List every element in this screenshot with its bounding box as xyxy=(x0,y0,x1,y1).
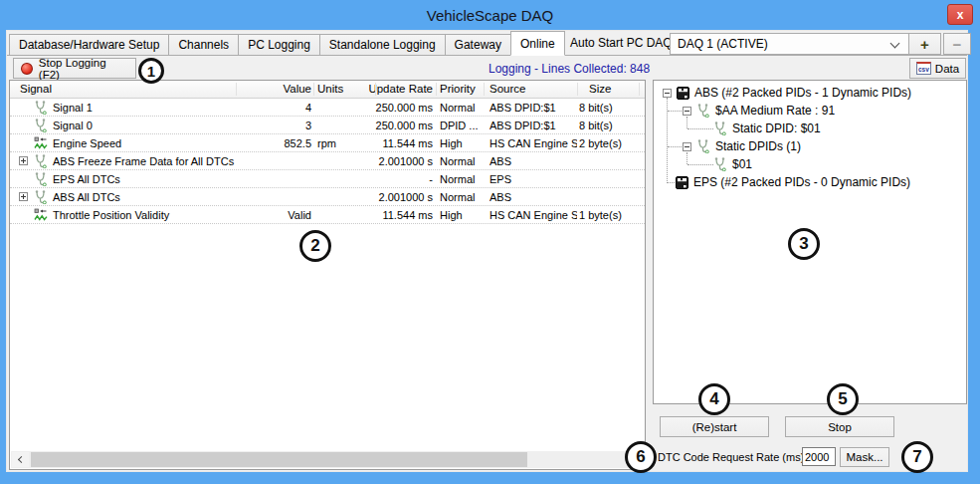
table-row[interactable]: ABS Freeze Frame Data for All DTCs 2.001… xyxy=(10,152,645,170)
cell-priority: High xyxy=(440,137,463,149)
cell-signal: Signal 1 xyxy=(53,102,93,114)
cell-update-rate: 11.544 ms xyxy=(338,137,433,149)
vehiclescape-daq-window: VehicleScape DAQ x Database/Hardware Set… xyxy=(0,0,980,484)
daq-selector-dropdown[interactable]: DAQ 1 (ACTIVE) xyxy=(670,33,909,55)
cell-priority: Normal xyxy=(440,173,475,185)
title-bar[interactable]: VehicleScape DAQ x xyxy=(0,0,980,30)
tree-node-eps[interactable]: EPS (#2 Packed PIDs - 0 Dynamic PIDs) xyxy=(676,173,910,191)
column-header-value[interactable]: Value xyxy=(229,83,311,95)
mask-button[interactable]: Mask... xyxy=(840,447,889,467)
mask-button-label: Mask... xyxy=(846,451,882,463)
column-header-source[interactable]: Source xyxy=(490,83,525,95)
expand-icon[interactable] xyxy=(19,156,28,165)
tree-node-label: ABS (#2 Packed PIDs - 1 Dynamic PIDs) xyxy=(694,86,911,100)
tab-online[interactable]: Online xyxy=(510,31,565,56)
scrollbar-thumb[interactable] xyxy=(31,452,527,467)
restart-button-label: (Re)start xyxy=(692,421,737,433)
stop-logging-button[interactable]: Stop Logging (F2) xyxy=(13,58,136,79)
cell-source: HS CAN Engine S... xyxy=(490,137,577,149)
data-button[interactable]: csv Data xyxy=(909,58,966,79)
cell-signal: Signal 0 xyxy=(53,120,93,131)
table-row[interactable]: Signal 1 4 250.000 ms Normal ABS DPID:$1… xyxy=(10,99,645,117)
tab-database-hardware-setup[interactable]: Database/Hardware Setup xyxy=(9,34,169,56)
tab-gateway[interactable]: Gateway xyxy=(445,34,511,56)
column-header-priority[interactable]: Priority xyxy=(440,83,476,95)
cell-value: 4 xyxy=(229,102,311,114)
table-row[interactable]: Signal 0 3 250.000 ms DPID ... ABS DPID:… xyxy=(10,117,645,134)
column-divider xyxy=(577,83,578,96)
cell-signal: ABS Freeze Frame Data for All DTCs xyxy=(53,155,234,167)
cell-units: rpm xyxy=(317,137,336,149)
annotation-circle-5: 5 xyxy=(827,383,859,415)
cell-size: 2 byte(s) xyxy=(579,137,622,149)
column-header-signal[interactable]: Signal xyxy=(20,83,52,95)
annotation-circle-4: 4 xyxy=(698,383,730,415)
collapse-icon[interactable] xyxy=(663,89,672,98)
tree-node-aa-medium-rate[interactable]: $AA Medium Rate : 91 xyxy=(683,102,835,120)
cell-size: 8 bit(s) xyxy=(579,102,613,114)
column-divider xyxy=(236,83,237,96)
add-daq-button[interactable]: + xyxy=(908,33,941,55)
table-row[interactable]: EPS All DTCs - Normal EPS xyxy=(10,170,645,188)
collapse-icon[interactable] xyxy=(683,107,691,116)
dtc-request-rate-input[interactable] xyxy=(802,447,836,466)
restart-button[interactable]: (Re)start xyxy=(660,416,769,437)
tree-node-abs[interactable]: ABS (#2 Packed PIDs - 1 Dynamic PIDs) xyxy=(663,84,911,102)
table-row[interactable]: Throttle Position Validity Valid 11.544 … xyxy=(10,206,645,224)
cell-update-rate: 2.001000 s xyxy=(338,155,433,167)
scroll-left-button[interactable] xyxy=(12,452,29,467)
cell-update-rate: 250.000 ms xyxy=(338,120,433,131)
tree-node-label: EPS (#2 Packed PIDs - 0 Dynamic PIDs) xyxy=(693,175,910,189)
window-content: Database/Hardware Setup Channels PC Logg… xyxy=(6,30,968,472)
table-row[interactable]: ABS All DTCs 2.001000 s Normal ABS xyxy=(10,188,645,206)
probe-icon xyxy=(34,172,48,186)
window-title: VehicleScape DAQ xyxy=(427,7,554,24)
annotation-circle-1: 1 xyxy=(138,58,164,84)
probe-icon xyxy=(713,121,727,135)
tab-pc-logging[interactable]: PC Logging xyxy=(238,34,320,56)
horizontal-scrollbar[interactable] xyxy=(11,451,644,468)
auto-start-label: Auto Start PC DAQ xyxy=(570,36,673,50)
signal-table-header[interactable]: Signal Value Units Update Rate Priority … xyxy=(10,81,645,99)
tab-standalone-logging[interactable]: Standalone Logging xyxy=(319,34,446,56)
expand-icon[interactable] xyxy=(19,192,28,201)
ecu-icon xyxy=(677,87,689,100)
daq-selector-value: DAQ 1 (ACTIVE) xyxy=(678,37,768,51)
tree-node-dpid-01[interactable]: $01 xyxy=(713,155,752,173)
waveform-icon xyxy=(34,208,48,222)
column-divider xyxy=(375,83,376,96)
tree-node-static-dpids[interactable]: Static DPIDs (1) xyxy=(683,137,801,155)
auto-start-checkbox-group[interactable]: ✓ Auto Start PC DAQ xyxy=(550,36,673,50)
remove-daq-button[interactable]: − xyxy=(943,33,971,55)
collapse-icon[interactable] xyxy=(683,142,691,151)
close-icon: x xyxy=(957,8,964,22)
tree-connector xyxy=(668,146,682,147)
cell-source: ABS DPID:$1 xyxy=(490,120,577,131)
cell-source: ABS xyxy=(490,191,577,203)
chevron-down-icon xyxy=(890,39,900,49)
stop-button[interactable]: Stop xyxy=(785,416,894,437)
column-divider xyxy=(639,83,640,96)
column-header-update-rate[interactable]: Update Rate xyxy=(338,83,433,95)
table-row[interactable]: Engine Speed 852.5 rpm 11.544 ms High HS… xyxy=(10,134,645,152)
csv-icon: csv xyxy=(916,62,931,75)
record-icon xyxy=(21,63,33,75)
column-divider xyxy=(484,83,485,96)
cell-update-rate: - xyxy=(338,173,433,185)
ecu-icon xyxy=(676,176,688,189)
cell-priority: Normal xyxy=(440,155,475,167)
tree-connector xyxy=(687,128,713,129)
tree-node-static-dpid-01[interactable]: Static DPID: $01 xyxy=(713,120,821,137)
cell-signal: EPS All DTCs xyxy=(53,173,120,185)
column-divider xyxy=(436,83,437,96)
tree-node-label: Static DPID: $01 xyxy=(732,121,821,135)
tab-strip: Database/Hardware Setup Channels PC Logg… xyxy=(7,31,967,56)
tab-channels[interactable]: Channels xyxy=(168,34,239,56)
cell-size: 8 bit(s) xyxy=(579,120,613,131)
probe-icon xyxy=(34,154,48,168)
cell-source: HS CAN Engine S... xyxy=(490,209,577,221)
column-header-size[interactable]: Size xyxy=(589,83,611,95)
probe-icon xyxy=(696,104,710,118)
close-button[interactable]: x xyxy=(947,4,973,25)
logging-status-text: Logging - Lines Collected: 848 xyxy=(489,62,650,76)
